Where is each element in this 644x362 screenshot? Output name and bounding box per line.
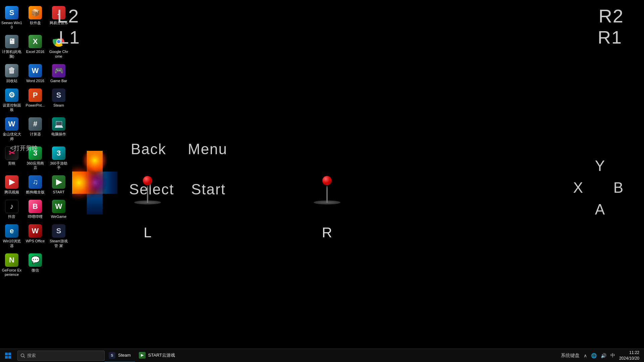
icon-image-startapp: ▶ bbox=[52, 175, 65, 189]
icon-image-tengxun: ▶ bbox=[5, 175, 18, 189]
icon-image-computer: 🖥 bbox=[5, 35, 18, 48]
controller-menu-label: Menu bbox=[188, 141, 227, 158]
svg-rect-4 bbox=[5, 353, 8, 355]
desktop-icon-excel[interactable]: XExcel 2016 bbox=[23, 32, 47, 61]
taskbar-start-game-label: START云游戏 bbox=[148, 352, 175, 358]
expand-tray-icon[interactable]: ∧ bbox=[583, 353, 588, 358]
icon-label-ruanjian: 软件盘 bbox=[30, 21, 41, 25]
steam-taskbar-icon: S bbox=[109, 352, 115, 359]
desktop-icon-bilibili[interactable]: B哔哩哔哩 bbox=[23, 197, 47, 222]
icon-label-wegame: WeGame bbox=[51, 215, 66, 219]
system-tray: 系统键盘 ∧ 🌐 🔊 中 bbox=[560, 353, 616, 359]
desktop-icon-youxi360[interactable]: 3360手游助手 bbox=[47, 144, 70, 173]
dpad-heatmap bbox=[72, 151, 117, 215]
icon-label-nvidia: GeForce Experience bbox=[1, 268, 22, 277]
icon-image-excel: X bbox=[29, 35, 42, 48]
ime-icon[interactable]: 中 bbox=[610, 353, 616, 359]
icon-label-jianji: 剪映 bbox=[8, 161, 15, 166]
desktop-icon-nvidia[interactable]: NGeForce Experience bbox=[0, 251, 23, 280]
taskbar-steam-label: Steam bbox=[118, 353, 131, 358]
desktop-icon-gamebar[interactable]: 🎮Game Bar bbox=[47, 61, 70, 86]
desktop-icon-startapp[interactable]: ▶START bbox=[47, 173, 70, 197]
desktop-icon-kugou[interactable]: ♫酷狗概全版 bbox=[23, 173, 47, 197]
search-bar[interactable]: 搜索 bbox=[17, 351, 105, 361]
taskbar-right: 系统键盘 ∧ 🌐 🔊 中 11:22 2024/10/20 bbox=[560, 350, 644, 361]
jianji-hint: <打开剪映 bbox=[10, 144, 38, 152]
icon-image-calc: # bbox=[29, 117, 42, 131]
clock-time: 11:22 bbox=[619, 350, 639, 356]
icon-label-settings: 设置控制面 板 bbox=[1, 103, 22, 112]
joystick-left-label: L bbox=[144, 225, 151, 241]
joystick-left-stick bbox=[147, 186, 148, 203]
volume-icon[interactable]: 🔊 bbox=[600, 353, 607, 358]
keyboard-label[interactable]: 系统键盘 bbox=[560, 353, 580, 359]
start-button[interactable] bbox=[0, 349, 16, 362]
icon-image-douyin: ♪ bbox=[5, 200, 18, 213]
joystick-right-stick bbox=[326, 186, 328, 203]
icon-image-wegame: W bbox=[52, 200, 65, 213]
controller-l1-label: L1 bbox=[59, 27, 80, 48]
icon-image-seewo: S bbox=[5, 6, 18, 19]
icon-image-bilibili: B bbox=[29, 200, 42, 213]
icon-image-steam1: S bbox=[52, 88, 65, 102]
joystick-left-base bbox=[132, 194, 163, 204]
icon-label-calc: 计算器 bbox=[30, 132, 41, 136]
system-clock[interactable]: 11:22 2024/10/20 bbox=[617, 350, 641, 361]
joystick-right-label: R bbox=[322, 225, 332, 241]
icon-label-tengxun: 腾讯视频 bbox=[4, 190, 19, 194]
svg-rect-7 bbox=[8, 356, 11, 359]
icon-label-gamebar: Game Bar bbox=[50, 79, 67, 83]
icon-image-ppt: P bbox=[29, 88, 42, 102]
joystick-right-base bbox=[312, 194, 342, 204]
search-placeholder: 搜索 bbox=[27, 353, 36, 359]
icon-label-douyin: 抖音 bbox=[8, 215, 15, 219]
desktop-icon-calc[interactable]: #计算器 bbox=[23, 115, 47, 143]
desktop-icon-douyin[interactable]: ♪抖音 bbox=[0, 197, 23, 222]
joystick-left-ball bbox=[143, 176, 152, 185]
desktop-icon-steamgamer[interactable]: SSteam游戏管 家 bbox=[47, 222, 70, 250]
windows-icon bbox=[5, 353, 11, 359]
desktop-icon-ppt[interactable]: PPowerPnt... bbox=[23, 86, 47, 115]
start-game-icon: ▶ bbox=[139, 352, 146, 359]
icon-label-seewo: Seewo Win10 bbox=[1, 21, 22, 29]
desktop-icon-tengxun[interactable]: ▶腾讯视频 bbox=[0, 173, 23, 197]
desktop-icon-computer[interactable]: 🖥计算机(此电 脑) bbox=[0, 32, 23, 61]
joystick-right: R bbox=[312, 194, 342, 241]
icon-label-bilibili: 哔哩哔哩 bbox=[28, 215, 43, 219]
controller-r1-label: R1 bbox=[598, 27, 622, 48]
icon-label-computer: 计算机(此电 脑) bbox=[1, 50, 22, 58]
joystick-left: L bbox=[132, 194, 163, 241]
taskbar-steam[interactable]: S Steam bbox=[105, 349, 135, 362]
icon-label-wechat: 微信 bbox=[32, 268, 39, 273]
icon-label-word: Word 2016 bbox=[26, 79, 44, 83]
svg-rect-5 bbox=[8, 353, 11, 355]
desktop-icon-wps[interactable]: WWPS Office bbox=[23, 222, 47, 250]
icon-label-recycle: 回收站 bbox=[6, 79, 17, 83]
search-icon bbox=[20, 353, 25, 358]
icon-label-ppt: PowerPnt... bbox=[26, 103, 45, 108]
desktop-icon-steam1[interactable]: SSteam bbox=[47, 86, 70, 115]
icon-image-wps: W bbox=[29, 224, 42, 238]
icon-image-kugou: ♫ bbox=[29, 175, 42, 189]
icon-label-steam1: Steam bbox=[53, 103, 64, 108]
desktop-icon-wegame[interactable]: WWeGame bbox=[47, 197, 70, 222]
icon-image-word: W bbox=[29, 64, 42, 77]
desktop-icon-edge[interactable]: eWin10浏览器 bbox=[0, 222, 23, 250]
taskbar-start-game[interactable]: ▶ START云游戏 bbox=[135, 349, 179, 362]
taskbar: 搜索 S Steam ▶ START云游戏 系统键盘 ∧ 🌐 🔊 中 11:22… bbox=[0, 349, 644, 362]
desktop-icon-win10opt[interactable]: W金山优化大师 bbox=[0, 115, 23, 143]
svg-point-8 bbox=[21, 354, 24, 357]
desktop-icon-seewo[interactable]: SSeewo Win10 bbox=[0, 3, 23, 32]
desktop-icon-wechat[interactable]: 💬微信 bbox=[23, 251, 47, 280]
desktop-icon-word[interactable]: WWord 2016 bbox=[23, 61, 47, 86]
desktop-icon-recycle[interactable]: 🗑回收站 bbox=[0, 61, 23, 86]
desktop-icon-ruanjian[interactable]: 📦软件盘 bbox=[23, 3, 47, 32]
icon-image-win10opt: W bbox=[5, 117, 18, 131]
icon-label-excel: Excel 2016 bbox=[26, 50, 44, 54]
controller-back-label: Back bbox=[131, 141, 166, 158]
desktop-icon-settings[interactable]: ⚙设置控制面 板 bbox=[0, 86, 23, 115]
network-icon[interactable]: 🌐 bbox=[590, 353, 597, 358]
icon-image-diannaocaozuo: 💻 bbox=[52, 117, 65, 131]
desktop-icon-diannaocaozuo[interactable]: 💻电脑操作 bbox=[47, 115, 70, 143]
controller-l2-label: L2 bbox=[57, 5, 79, 27]
